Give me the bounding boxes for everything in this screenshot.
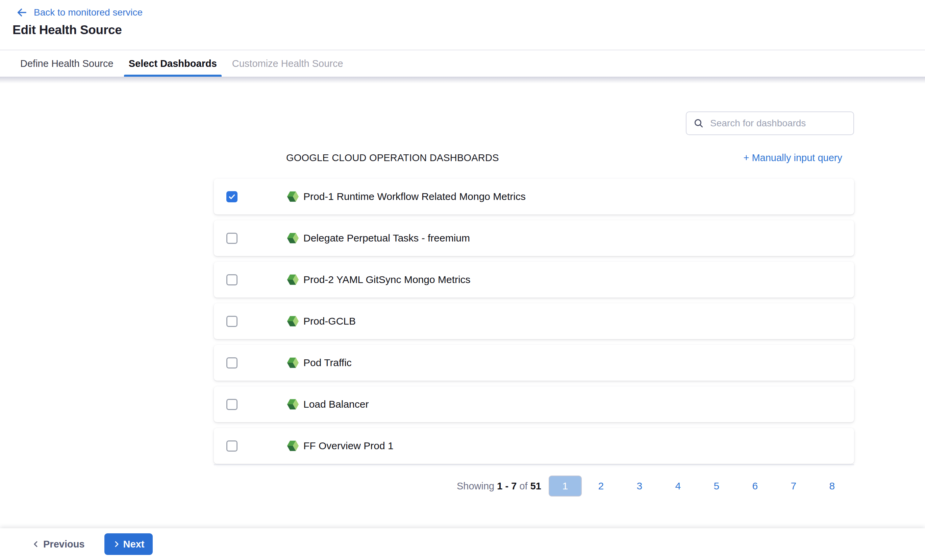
page-button[interactable]: 2 [582,480,620,492]
pagination-total: 51 [530,481,541,491]
page-links: 2 3 4 5 6 7 8 [582,480,851,492]
page-button[interactable]: 5 [697,480,736,492]
page-button-active[interactable]: 1 [548,476,582,497]
chevron-left-icon [32,540,40,548]
dashboard-hexagon-icon [286,190,299,203]
dashboard-checkbox[interactable] [226,316,238,327]
dashboard-label: Prod-GCLB [303,315,356,327]
search-input[interactable] [710,117,853,129]
next-button[interactable]: Next [104,533,153,555]
page-title: Edit Health Source [12,23,122,37]
edit-health-source-page: Back to monitored service Edit Health So… [0,0,925,560]
page-button[interactable]: 4 [659,480,697,492]
pagination: Showing 1 - 7 of 51 1 2 3 4 5 6 7 8 [457,474,851,498]
dashboard-label: Prod-1 Runtime Workflow Related Mongo Me… [303,191,526,202]
dashboard-hexagon-icon [286,440,299,452]
footer-bar: Previous Next [0,528,925,560]
section-heading: GOOGLE CLOUD OPERATION DASHBOARDS [286,152,499,164]
section-head: GOOGLE CLOUD OPERATION DASHBOARDS + Manu… [214,150,854,166]
dashboard-row[interactable]: Load Balancer [214,386,854,422]
search-icon [687,118,710,129]
page-button[interactable]: 8 [813,480,851,492]
dashboard-checkbox[interactable] [226,274,238,285]
list-bottom-divider [214,464,854,465]
dashboard-checkbox[interactable] [226,440,238,452]
dashboard-checkbox[interactable] [226,191,238,202]
dashboard-list: Prod-1 Runtime Workflow Related Mongo Me… [214,179,854,470]
dashboard-label: Pod Traffic [303,357,352,369]
dashboard-checkbox[interactable] [226,357,238,369]
dashboard-hexagon-icon [286,315,299,328]
dashboard-checkbox[interactable] [226,399,238,410]
dashboard-row[interactable]: Prod-2 YAML GitSync Mongo Metrics [214,262,854,298]
dashboard-label: Prod-2 YAML GitSync Mongo Metrics [303,274,471,285]
dashboard-label: Load Balancer [303,399,369,410]
wizard-tabbar: Define Health Source Select Dashboards C… [0,50,925,77]
back-arrow-icon [16,7,28,18]
previous-label: Previous [43,539,85,550]
dashboard-row[interactable]: Pod Traffic [214,345,854,381]
tab-customize-health-source[interactable]: Customize Health Source [227,50,348,77]
dashboard-row[interactable]: FF Overview Prod 1 [214,428,854,464]
dashboard-hexagon-icon [286,273,299,286]
dashboard-label: Delegate Perpetual Tasks - freemium [303,232,470,244]
previous-button[interactable]: Previous [32,539,85,550]
chevron-right-icon [113,540,121,548]
tab-select-dashboards[interactable]: Select Dashboards [124,50,221,77]
dashboard-hexagon-icon [286,398,299,411]
dashboard-row[interactable]: Delegate Perpetual Tasks - freemium [214,220,854,256]
dashboard-label: FF Overview Prod 1 [303,440,393,452]
dashboard-row[interactable]: Prod-GCLB [214,303,854,339]
pagination-range: 1 - 7 [497,481,517,491]
dashboard-search [686,111,854,135]
page-button[interactable]: 3 [620,480,659,492]
back-to-monitored-service-link[interactable]: Back to monitored service [16,7,143,18]
dashboard-hexagon-icon [286,356,299,369]
manually-input-query-link[interactable]: + Manually input query [743,152,842,164]
page-button[interactable]: 6 [736,480,774,492]
back-link-label: Back to monitored service [34,7,143,18]
tab-define-health-source[interactable]: Define Health Source [15,50,118,77]
dashboard-row[interactable]: Prod-1 Runtime Workflow Related Mongo Me… [214,179,854,214]
page-button[interactable]: 7 [774,480,813,492]
next-label: Next [123,539,145,550]
pagination-summary: Showing 1 - 7 of 51 [457,481,541,492]
dashboard-checkbox[interactable] [226,233,238,244]
dashboard-hexagon-icon [286,232,299,245]
